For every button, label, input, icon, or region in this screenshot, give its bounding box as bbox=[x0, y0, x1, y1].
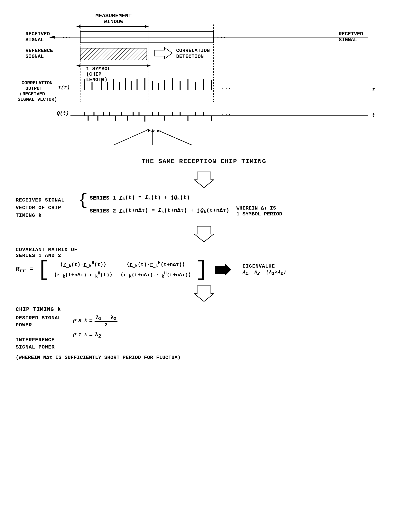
rrr-label: Rrr = bbox=[16, 266, 33, 274]
rsv-brace: { bbox=[78, 193, 88, 208]
dots-left: ... bbox=[62, 34, 71, 40]
svg-marker-66 bbox=[194, 286, 214, 301]
ps-equals: = bbox=[89, 318, 93, 324]
reference-signal-2: SIGNAL bbox=[26, 53, 44, 59]
svg-marker-58 bbox=[147, 129, 151, 132]
eigenvalue-label: EIGENVALUE bbox=[242, 263, 286, 269]
dots-right: ... bbox=[216, 34, 226, 40]
ps-lhs: P bbox=[73, 318, 76, 324]
corr-out-2: OUTPUT bbox=[26, 86, 42, 91]
svg-marker-64 bbox=[194, 226, 214, 242]
symbol-chip-2: (CHIP bbox=[86, 71, 102, 77]
down-arrow-3 bbox=[16, 285, 392, 302]
power-labels-col: DESIRED SIGNAL POWER INTERFERENCE SIGNAL… bbox=[16, 314, 61, 351]
power-rows: DESIRED SIGNAL POWER INTERFERENCE SIGNAL… bbox=[16, 314, 392, 351]
svg-marker-63 bbox=[194, 172, 214, 188]
series1-row: SERIES 1 rk(t) = Ik(t) + jQk(t) bbox=[90, 195, 282, 202]
signal-diagram: MEASUREMENT WINDOW RECEIVED SIGNAL ... bbox=[16, 12, 392, 150]
down-arrow-1 bbox=[16, 171, 392, 189]
matrix-cell-00: ⟨r_k(t)·r_kH(t)⟩ bbox=[54, 260, 113, 268]
matrix-cell-10: ⟨r_k(t+nΔτ)·r_kH(t)⟩ bbox=[54, 271, 113, 279]
chip-timing-title: CHIP TIMING k bbox=[16, 306, 392, 312]
svg-line-61 bbox=[157, 130, 192, 145]
dots-i: ... bbox=[221, 85, 231, 91]
eigenvalue-formula: λ1, λ2 (λ1>λ2) bbox=[242, 269, 286, 276]
matrix-left-bracket: [ bbox=[37, 260, 50, 279]
matrix-right-bracket: ] bbox=[195, 260, 208, 279]
correlation-detection-1: CORRELATION bbox=[176, 48, 210, 53]
chip-timing-section: CHIP TIMING k DESIRED SIGNAL POWER INTER… bbox=[16, 306, 392, 361]
same-reception-label: THE SAME RECEPTION CHIP TIMING bbox=[16, 158, 392, 165]
received-signal-left-2: SIGNAL bbox=[26, 37, 44, 43]
svg-marker-65 bbox=[215, 264, 231, 276]
svg-marker-2 bbox=[145, 25, 149, 28]
covariant-row: Rrr = [ ⟨r_k(t)·r_kH(t)⟩ ⟨r_k(t)·r_kH(t+… bbox=[16, 260, 392, 279]
matrix-cell-11: ⟨r_k(t+nΔτ)·r_kH(t+nΔτ)⟩ bbox=[120, 271, 191, 279]
corr-out-4: SIGNAL VECTOR) bbox=[18, 97, 57, 102]
t-label-q: t bbox=[372, 112, 375, 118]
t-label-i: t bbox=[372, 87, 375, 93]
covariant-title: COVARIANT MATRIX OF SERIES 1 AND 2 bbox=[16, 247, 392, 258]
measurement-window-label2: WINDOW bbox=[104, 19, 124, 25]
series1-formula: rk(t) = Ik(t) + jQk(t) bbox=[119, 195, 190, 202]
symbol-chip-1: 1 SYMBOL bbox=[86, 66, 110, 72]
matrix-cell-01: ⟨r_k(t)·r_kH(t+nΔτ)⟩ bbox=[120, 260, 191, 268]
svg-line-57 bbox=[114, 129, 149, 145]
series2-label: SERIES 2 bbox=[90, 208, 116, 214]
measurement-window-label: MEASUREMENT bbox=[95, 13, 132, 19]
reference-signal-1: REFERENCE bbox=[26, 48, 53, 53]
down-arrow-2 bbox=[16, 225, 392, 243]
received-signal-right-2: SIGNAL bbox=[339, 37, 357, 43]
interference-signal-label: INTERFERENCE SIGNAL POWER bbox=[16, 336, 61, 351]
received-signal-right-1: RECEIVED bbox=[339, 31, 363, 37]
correlation-detection-2: DETECTION bbox=[176, 53, 204, 59]
corr-out-1: CORRELATION bbox=[22, 80, 52, 86]
svg-marker-11 bbox=[155, 47, 172, 59]
svg-rect-9 bbox=[80, 48, 147, 60]
pi-equals: = bbox=[89, 332, 93, 338]
series2-row: SERIES 2 rk(t+nΔτ) = Ik(t+nΔτ) + jQk(t+n… bbox=[90, 205, 282, 217]
ps-fraction: λ1 − λ2 2 bbox=[94, 314, 117, 328]
wherein-bottom: (WHEREIN NΔτ IS SUFFICIENTLY SHORT PERIO… bbox=[16, 355, 392, 361]
rsv-label: RECEIVED SIGNAL VECTOR OF CHIP TIMING k bbox=[16, 195, 78, 219]
svg-marker-13 bbox=[76, 64, 80, 67]
desired-signal-label: DESIRED SIGNAL POWER bbox=[16, 314, 61, 329]
svg-marker-1 bbox=[76, 25, 80, 28]
symbol-chip-3: LENGTH) bbox=[86, 77, 108, 83]
pi-lambda: λ2 bbox=[94, 331, 101, 339]
eigenvalue-section: EIGENVALUE λ1, λ2 (λ1>λ2) bbox=[242, 263, 286, 276]
qt-label: Q(t) bbox=[57, 110, 69, 116]
series1-label: SERIES 1 bbox=[90, 195, 116, 201]
rsv-formulas: SERIES 1 rk(t) = Ik(t) + jQk(t) SERIES 2… bbox=[90, 195, 282, 217]
covariant-section: COVARIANT MATRIX OF SERIES 1 AND 2 Rrr =… bbox=[16, 247, 392, 279]
corr-out-3: (RECEIVED bbox=[20, 91, 45, 97]
it-label: I(t) bbox=[58, 85, 70, 91]
rsv-section: RECEIVED SIGNAL VECTOR OF CHIP TIMING k … bbox=[16, 195, 392, 219]
pi-lhs: P bbox=[73, 332, 76, 338]
dots-q: ... bbox=[221, 110, 231, 116]
series2-formula: rk(t+nΔτ) = Ik(t+nΔτ) + jQk(t+nΔτ) bbox=[119, 207, 229, 215]
received-signal-left-1: RECEIVED bbox=[26, 31, 50, 37]
wherein-text: WHEREIN Δτ IS1 SYMBOL PERIOD bbox=[236, 205, 282, 217]
power-formulas-col: PS_k = λ1 − λ2 2 PI_k = λ2 bbox=[73, 314, 117, 339]
page: MEASUREMENT WINDOW RECEIVED SIGNAL ... bbox=[0, 0, 408, 532]
